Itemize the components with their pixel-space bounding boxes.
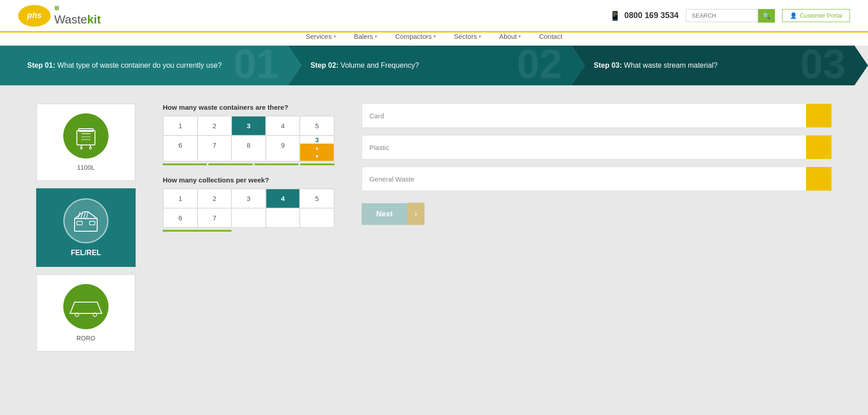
nav-item-contact[interactable]: Contact bbox=[539, 33, 562, 40]
phone-area: 📱 0800 169 3534 bbox=[609, 10, 679, 21]
container-label-roro: RORO bbox=[76, 335, 95, 342]
svg-rect-0 bbox=[77, 131, 95, 145]
coll-cell-3[interactable]: 3 bbox=[231, 189, 266, 208]
coll-cell-1[interactable]: 1 bbox=[163, 189, 198, 208]
portal-label: Customer Portal bbox=[800, 12, 842, 19]
next-button-area: Next › bbox=[362, 203, 832, 225]
right-panel: Card Plastic General Waste Next › bbox=[362, 103, 832, 352]
svg-line-15 bbox=[84, 212, 85, 219]
coll-cell-6[interactable]: 6 bbox=[163, 208, 198, 228]
phone-number: 0800 169 3534 bbox=[624, 11, 679, 20]
count-cell-9[interactable]: 9 bbox=[266, 135, 300, 161]
customer-portal-button[interactable]: 👤 Customer Portal bbox=[782, 9, 850, 22]
search-area: 🔍 bbox=[686, 9, 775, 23]
coll-cell-empty1 bbox=[231, 208, 266, 228]
container-icon-1100l bbox=[63, 113, 108, 159]
phone-icon: 📱 bbox=[609, 10, 621, 21]
collections-grid: 1 2 3 4 5 6 7 bbox=[163, 188, 335, 228]
svg-point-5 bbox=[90, 147, 91, 149]
step-2: 02 Step 02: Volume and Frequency? bbox=[288, 46, 585, 85]
count-cell-5[interactable]: 5 bbox=[300, 116, 334, 135]
svg-point-4 bbox=[80, 147, 82, 149]
middle-panel: How many waste containers are there? 1 2… bbox=[163, 103, 335, 352]
waste-stream-general-color bbox=[806, 167, 831, 191]
chevron-down-icon: ▾ bbox=[519, 34, 521, 39]
count-cell-6[interactable]: 6 bbox=[163, 135, 198, 161]
count-spinner-down[interactable]: ▼ bbox=[300, 152, 334, 161]
container-card-felrel[interactable]: FEL/REL bbox=[36, 188, 136, 267]
chevron-down-icon: ▾ bbox=[375, 34, 377, 39]
portal-icon: 👤 bbox=[790, 12, 797, 19]
svg-line-16 bbox=[86, 212, 88, 219]
logo-phs: phs bbox=[27, 11, 42, 20]
count-cell-8[interactable]: 8 bbox=[231, 135, 266, 161]
container-icon-roro bbox=[63, 284, 108, 329]
nav-item-services[interactable]: Services ▾ bbox=[306, 33, 336, 40]
svg-marker-19 bbox=[70, 302, 102, 313]
nav-item-about[interactable]: About ▾ bbox=[499, 33, 521, 40]
count-cell-2[interactable]: 2 bbox=[198, 116, 232, 135]
coll-cell-2[interactable]: 2 bbox=[198, 189, 232, 208]
coll-cell-empty2 bbox=[266, 208, 300, 228]
step-1-text: Step 01: What type of waste container do… bbox=[27, 61, 222, 70]
nav-item-balers[interactable]: Balers ▾ bbox=[354, 33, 377, 40]
next-button[interactable]: Next bbox=[362, 203, 407, 225]
coll-cell-4[interactable]: 4 bbox=[266, 189, 300, 208]
collections-question: How many collections per week? bbox=[163, 176, 335, 184]
logo-oval: phs bbox=[18, 5, 51, 27]
svg-rect-17 bbox=[77, 221, 82, 225]
search-input[interactable] bbox=[686, 9, 758, 22]
container-label-felrel: FEL/REL bbox=[71, 249, 101, 257]
step-1: 01 Step 01: What type of waste container… bbox=[0, 46, 302, 85]
container-card-roro[interactable]: RORO bbox=[36, 274, 136, 352]
chevron-down-icon: ▾ bbox=[479, 34, 481, 39]
chevron-down-icon: ▾ bbox=[434, 34, 436, 39]
count-cell-7[interactable]: 7 bbox=[198, 135, 232, 161]
logo-area: phs ▦ Wastekit bbox=[18, 5, 101, 27]
left-panel: 1100L bbox=[36, 103, 136, 352]
waste-stream-card-color bbox=[806, 104, 831, 127]
header: phs ▦ Wastekit 📱 0800 169 3534 🔍 👤 Custo… bbox=[0, 0, 868, 33]
navigation: Services ▾ Balers ▾ Compactors ▾ Sectors… bbox=[0, 33, 868, 46]
waste-stream-plastic-color bbox=[806, 135, 831, 159]
main-content: 1100L bbox=[0, 85, 868, 370]
containers-count-question: How many waste containers are there? bbox=[163, 103, 335, 111]
waste-stream-general-label: General Waste bbox=[362, 169, 806, 189]
steps-banner: 01 Step 01: What type of waste container… bbox=[0, 46, 868, 85]
header-right: 📱 0800 169 3534 🔍 👤 Customer Portal bbox=[609, 9, 850, 23]
count-spinner-up[interactable]: ▲ bbox=[300, 144, 334, 152]
logo-wastekit: ▦ Wastekit bbox=[54, 5, 101, 27]
waste-stream-card-label: Card bbox=[362, 106, 806, 126]
coll-cell-5[interactable]: 5 bbox=[300, 189, 334, 208]
search-button[interactable]: 🔍 bbox=[758, 9, 775, 23]
svg-line-11 bbox=[88, 212, 97, 219]
count-spinner-value: 3 bbox=[300, 136, 334, 144]
count-cell-4[interactable]: 4 bbox=[266, 116, 300, 135]
waste-stream-card[interactable]: Card bbox=[362, 103, 832, 128]
step-2-text: Step 02: Volume and Frequency? bbox=[311, 61, 419, 70]
next-arrow-button[interactable]: › bbox=[407, 203, 425, 225]
count-cell-3[interactable]: 3 bbox=[231, 116, 266, 135]
coll-cell-7[interactable]: 7 bbox=[198, 208, 232, 228]
container-card-1100l[interactable]: 1100L bbox=[36, 103, 136, 181]
nav-item-sectors[interactable]: Sectors ▾ bbox=[454, 33, 481, 40]
waste-stream-plastic-label: Plastic bbox=[362, 137, 806, 158]
waste-stream-general[interactable]: General Waste bbox=[362, 167, 832, 191]
count-cell-1[interactable]: 1 bbox=[163, 116, 198, 135]
nav-item-compactors[interactable]: Compactors ▾ bbox=[395, 33, 436, 40]
step-3-text: Step 03: What waste stream material? bbox=[594, 61, 717, 70]
logo-text: Wastekit bbox=[54, 13, 101, 27]
container-label-1100l: 1100L bbox=[77, 164, 95, 171]
coll-cell-empty3 bbox=[300, 208, 334, 228]
container-icon-felrel bbox=[63, 198, 108, 243]
chevron-down-icon: ▾ bbox=[334, 34, 336, 39]
step-3: 03 Step 03: What waste stream material? bbox=[571, 46, 868, 85]
logo-grid-icon: ▦ bbox=[54, 5, 59, 11]
containers-count-grid: 1 2 3 4 5 6 7 8 9 3 ▲ ▼ bbox=[163, 116, 335, 162]
waste-stream-plastic[interactable]: Plastic bbox=[362, 135, 832, 159]
svg-rect-18 bbox=[90, 221, 95, 225]
count-spinner-cell: 3 ▲ ▼ bbox=[300, 135, 334, 161]
